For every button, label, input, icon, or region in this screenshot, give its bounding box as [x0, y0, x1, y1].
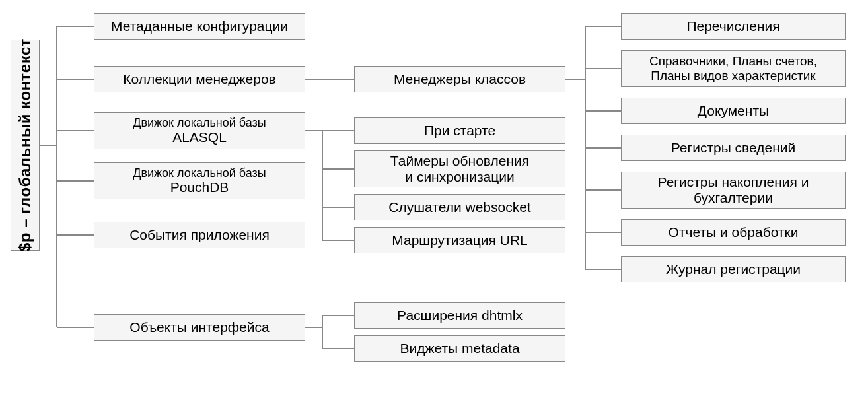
alasql-line2: ALASQL	[133, 129, 266, 145]
node-alasql: Движок локальной базы ALASQL	[94, 112, 305, 149]
node-metadata: Метаданные конфигурации	[94, 13, 305, 40]
node-collections: Коллекции менеджеров	[94, 66, 305, 92]
timers-line1: Таймеры обновления	[390, 153, 529, 169]
root-node: $p – глобальный контекст	[11, 40, 40, 251]
accumregs-line1: Регистры накопления и	[658, 174, 809, 190]
alasql-line1: Движок локальной базы	[133, 116, 266, 130]
pouchdb-line1: Движок локальной базы	[133, 166, 266, 180]
node-catalogs: Справочники, Планы счетов, Планы видов х…	[621, 50, 846, 87]
node-events: События приложения	[94, 222, 305, 248]
node-reports: Отчеты и обработки	[621, 219, 846, 246]
node-dhtmlx: Расширения dhtmlx	[354, 302, 565, 329]
node-documents: Документы	[621, 98, 846, 124]
node-enums: Перечисления	[621, 13, 846, 40]
pouchdb-line2: PouchDB	[133, 180, 266, 195]
node-timers: Таймеры обновления и синхронизации	[354, 150, 565, 187]
timers-line2: и синхронизации	[390, 169, 529, 185]
catalogs-line1: Справочники, Планы счетов,	[649, 54, 817, 69]
node-routing: Маршрутизация URL	[354, 227, 565, 253]
node-log: Журнал регистрации	[621, 256, 846, 282]
node-managers: Менеджеры классов	[354, 66, 565, 92]
node-pouchdb: Движок локальной базы PouchDB	[94, 162, 305, 199]
catalogs-line2: Планы видов характеристик	[649, 69, 817, 83]
node-inforegs: Регистры сведений	[621, 135, 846, 161]
node-accumregs: Регистры накопления и бухгалтерии	[621, 172, 846, 209]
node-onstart: При старте	[354, 117, 565, 144]
node-ui: Объекты интерфейса	[94, 314, 305, 341]
accumregs-line2: бухгалтерии	[658, 190, 809, 206]
node-widgets: Виджеты metadata	[354, 335, 565, 362]
node-websocket: Слушатели websocket	[354, 194, 565, 220]
